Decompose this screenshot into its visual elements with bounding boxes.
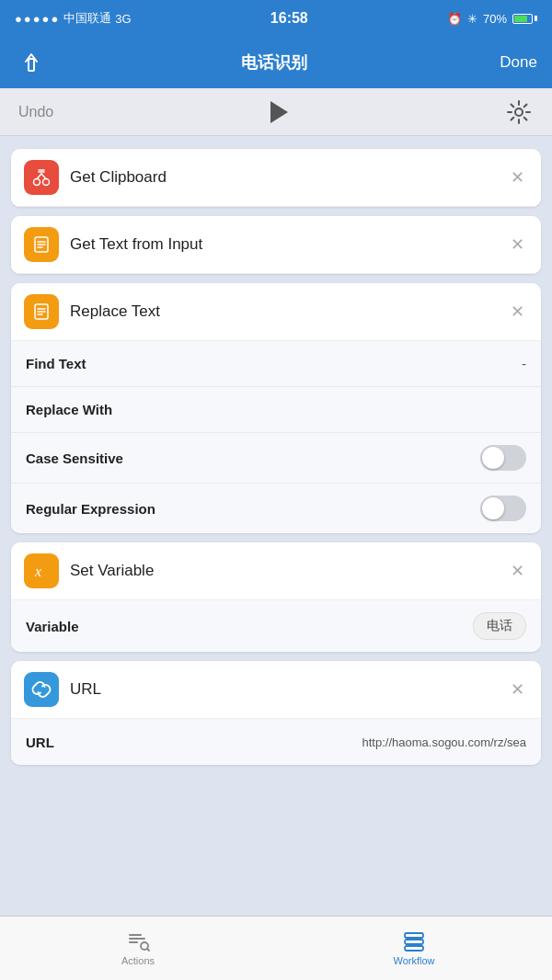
svg-text:x: x: [34, 564, 41, 579]
close-button-set-variable[interactable]: ✕: [507, 557, 528, 585]
action-body-set-variable: Variable 电话: [11, 600, 541, 652]
action-card-set-variable: x Set Variable ✕ Variable 电话: [11, 542, 541, 652]
action-title-get-text-from-input: Get Text from Input: [70, 235, 507, 254]
replace-text-regex-row: Regular Expression: [11, 484, 541, 533]
svg-point-3: [34, 179, 40, 186]
action-body-replace-text: Find Text - Replace With Case Sensitive …: [11, 341, 541, 533]
nav-title: 电话识别: [241, 51, 307, 74]
set-variable-row: Variable 电话: [11, 600, 541, 652]
play-button[interactable]: [264, 97, 293, 127]
svg-line-6: [41, 174, 46, 179]
close-button-get-clipboard[interactable]: ✕: [507, 164, 528, 191]
svg-rect-20: [405, 933, 423, 938]
status-time: 16:58: [270, 10, 308, 27]
action-card-url: URL ✕ URL http://haoma.sogou.com/rz/sea: [11, 661, 541, 765]
action-header-get-clipboard: Get Clipboard ✕: [11, 149, 541, 207]
action-title-replace-text: Replace Text: [70, 302, 507, 321]
find-text-value[interactable]: -: [522, 356, 526, 371]
find-text-label: Find Text: [26, 356, 86, 371]
regular-expression-label: Regular Expression: [26, 501, 155, 517]
status-right: ⏰ ✳ 70%: [447, 12, 537, 26]
url-value[interactable]: http://haoma.sogou.com/rz/sea: [362, 735, 526, 749]
variable-value[interactable]: 电话: [473, 612, 526, 640]
close-button-url[interactable]: ✕: [507, 676, 528, 703]
actions-tab-label: Actions: [121, 955, 155, 966]
action-header-get-text-from-input: Get Text from Input ✕: [11, 216, 541, 274]
alarm-icon: ⏰: [447, 12, 462, 26]
bluetooth-icon: ✳: [467, 12, 477, 26]
workflow-tab-icon: [402, 931, 426, 952]
action-header-replace-text: Replace Text ✕: [11, 283, 541, 341]
carrier: 中国联通: [63, 10, 111, 27]
nav-bar: 电话识别 Done: [0, 37, 552, 88]
svg-point-2: [515, 108, 523, 116]
tab-actions[interactable]: Actions: [0, 917, 276, 980]
action-icon-url: [24, 672, 59, 707]
actions-tab-icon: [126, 931, 150, 952]
close-button-replace-text[interactable]: ✕: [507, 298, 528, 325]
workflow-tab-label: Workflow: [393, 955, 434, 966]
tab-workflow[interactable]: Workflow: [276, 917, 552, 980]
signal-dots: ●●●●●: [15, 12, 60, 26]
action-card-get-text-from-input: Get Text from Input ✕: [11, 216, 541, 274]
done-button[interactable]: Done: [500, 53, 537, 72]
svg-rect-21: [405, 940, 423, 944]
action-card-replace-text: Replace Text ✕ Find Text - Replace With …: [11, 283, 541, 533]
case-sensitive-toggle[interactable]: [480, 445, 526, 471]
url-label: URL: [26, 735, 54, 750]
svg-rect-0: [29, 59, 34, 71]
share-button[interactable]: [15, 46, 48, 79]
status-bar: ●●●●● 中国联通 3G 16:58 ⏰ ✳ 70%: [0, 0, 552, 37]
regular-expression-toggle[interactable]: [480, 496, 526, 521]
action-icon-get-text-from-input: [24, 227, 59, 262]
undo-button[interactable]: Undo: [18, 104, 53, 120]
action-title-set-variable: Set Variable: [70, 562, 507, 580]
tab-bar: Actions Workflow: [0, 916, 552, 980]
settings-button[interactable]: [504, 97, 534, 127]
action-icon-set-variable: x: [24, 553, 59, 588]
action-icon-replace-text: [24, 294, 59, 329]
svg-point-4: [43, 179, 50, 186]
url-row: URL http://haoma.sogou.com/rz/sea: [11, 719, 541, 765]
svg-line-5: [37, 174, 41, 179]
svg-rect-22: [405, 946, 423, 951]
case-sensitive-label: Case Sensitive: [26, 450, 123, 466]
replace-text-replace-row: Replace With: [11, 387, 541, 433]
action-title-url: URL: [70, 680, 507, 699]
variable-label: Variable: [26, 619, 79, 634]
replace-text-case-row: Case Sensitive: [11, 433, 541, 484]
svg-marker-1: [270, 101, 288, 123]
action-card-get-clipboard: Get Clipboard ✕: [11, 149, 541, 207]
toolbar: Undo: [0, 88, 552, 136]
content-area: Get Clipboard ✕ Get Text from Input ✕: [0, 136, 552, 838]
replace-with-label: Replace With: [26, 402, 112, 417]
replace-text-find-row: Find Text -: [11, 341, 541, 387]
battery-indicator: [512, 14, 537, 24]
action-title-get-clipboard: Get Clipboard: [70, 168, 507, 187]
battery-pct: 70%: [483, 12, 507, 26]
action-header-set-variable: x Set Variable ✕: [11, 542, 541, 600]
network-type: 3G: [115, 12, 131, 26]
close-button-get-text-from-input[interactable]: ✕: [507, 231, 528, 258]
status-left: ●●●●● 中国联通 3G: [15, 10, 132, 27]
action-body-url: URL http://haoma.sogou.com/rz/sea: [11, 719, 541, 765]
svg-line-19: [147, 949, 149, 951]
action-icon-get-clipboard: [24, 160, 59, 195]
action-header-url: URL ✕: [11, 661, 541, 719]
